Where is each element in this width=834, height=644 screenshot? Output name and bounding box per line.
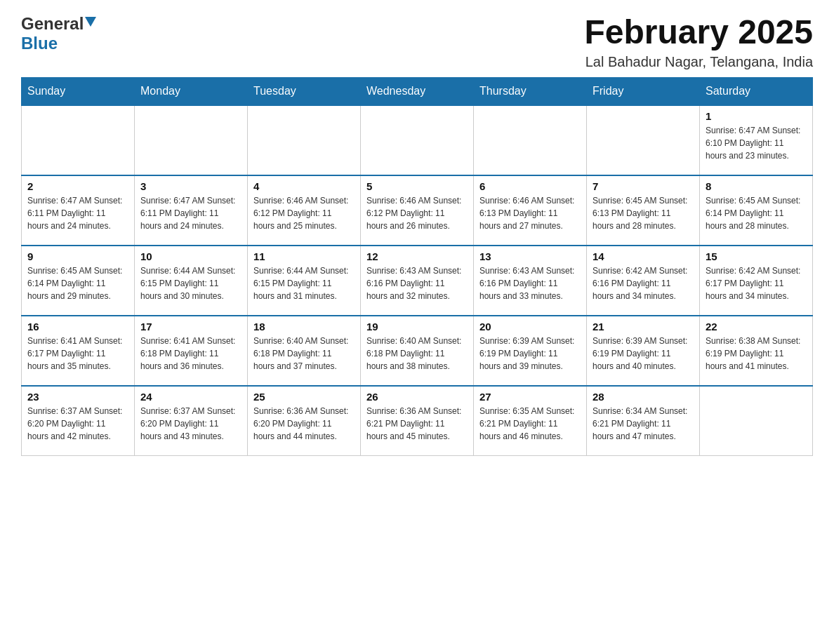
day-number: 6 [479,180,581,192]
day-number: 21 [593,321,694,333]
logo-general-text: General [21,14,84,34]
day-info: Sunrise: 6:45 AM Sunset: 6:14 PM Dayligh… [27,264,128,302]
day-info: Sunrise: 6:38 AM Sunset: 6:19 PM Dayligh… [706,335,807,373]
calendar-cell: 13Sunrise: 6:43 AM Sunset: 6:16 PM Dayli… [474,246,587,316]
weekday-header-saturday: Saturday [700,77,813,105]
location-subtitle: Lal Bahadur Nagar, Telangana, India [584,54,813,70]
day-info: Sunrise: 6:41 AM Sunset: 6:17 PM Dayligh… [27,335,128,373]
day-info: Sunrise: 6:41 AM Sunset: 6:18 PM Dayligh… [140,335,241,373]
weekday-header-row: SundayMondayTuesdayWednesdayThursdayFrid… [22,77,813,105]
week-row-1: 1Sunrise: 6:47 AM Sunset: 6:10 PM Daylig… [22,105,813,175]
day-info: Sunrise: 6:47 AM Sunset: 6:11 PM Dayligh… [140,194,241,232]
calendar-cell: 3Sunrise: 6:47 AM Sunset: 6:11 PM Daylig… [135,175,248,246]
calendar-cell: 1Sunrise: 6:47 AM Sunset: 6:10 PM Daylig… [700,105,813,175]
weekday-header-wednesday: Wednesday [361,77,474,105]
day-number: 18 [253,321,355,333]
day-number: 23 [27,391,128,403]
day-info: Sunrise: 6:43 AM Sunset: 6:16 PM Dayligh… [366,264,468,302]
calendar-cell: 21Sunrise: 6:39 AM Sunset: 6:19 PM Dayli… [587,316,700,386]
calendar-cell: 9Sunrise: 6:45 AM Sunset: 6:14 PM Daylig… [22,246,135,316]
day-number: 4 [253,180,355,192]
calendar-cell [474,105,587,175]
day-info: Sunrise: 6:46 AM Sunset: 6:12 PM Dayligh… [366,194,468,232]
calendar-cell [587,105,700,175]
logo: General Blue [21,14,96,53]
day-number: 22 [706,321,807,333]
calendar-cell: 19Sunrise: 6:40 AM Sunset: 6:18 PM Dayli… [361,316,474,386]
calendar-cell: 17Sunrise: 6:41 AM Sunset: 6:18 PM Dayli… [135,316,248,386]
calendar-cell: 28Sunrise: 6:34 AM Sunset: 6:21 PM Dayli… [587,386,700,456]
logo-triangle-icon [85,17,96,29]
day-number: 12 [366,250,468,262]
day-info: Sunrise: 6:47 AM Sunset: 6:10 PM Dayligh… [706,124,807,162]
week-row-2: 2Sunrise: 6:47 AM Sunset: 6:11 PM Daylig… [22,175,813,246]
calendar-table: SundayMondayTuesdayWednesdayThursdayFrid… [21,77,813,457]
day-number: 5 [366,180,468,192]
day-number: 13 [479,250,581,262]
calendar-cell [248,105,361,175]
calendar-cell: 7Sunrise: 6:45 AM Sunset: 6:13 PM Daylig… [587,175,700,246]
day-info: Sunrise: 6:39 AM Sunset: 6:19 PM Dayligh… [593,335,694,373]
day-info: Sunrise: 6:36 AM Sunset: 6:21 PM Dayligh… [366,405,468,443]
day-info: Sunrise: 6:44 AM Sunset: 6:15 PM Dayligh… [140,264,241,302]
calendar-cell: 26Sunrise: 6:36 AM Sunset: 6:21 PM Dayli… [361,386,474,456]
day-number: 17 [140,321,241,333]
page-header: General Blue February 2025 Lal Bahadur N… [21,14,813,70]
calendar-cell: 5Sunrise: 6:46 AM Sunset: 6:12 PM Daylig… [361,175,474,246]
week-row-5: 23Sunrise: 6:37 AM Sunset: 6:20 PM Dayli… [22,386,813,456]
calendar-cell [700,386,813,456]
calendar-cell: 12Sunrise: 6:43 AM Sunset: 6:16 PM Dayli… [361,246,474,316]
day-info: Sunrise: 6:40 AM Sunset: 6:18 PM Dayligh… [366,335,468,373]
day-info: Sunrise: 6:37 AM Sunset: 6:20 PM Dayligh… [27,405,128,443]
week-row-3: 9Sunrise: 6:45 AM Sunset: 6:14 PM Daylig… [22,246,813,316]
day-number: 16 [27,321,128,333]
calendar-cell: 16Sunrise: 6:41 AM Sunset: 6:17 PM Dayli… [22,316,135,386]
day-number: 8 [706,180,807,192]
day-number: 24 [140,391,241,403]
day-info: Sunrise: 6:45 AM Sunset: 6:14 PM Dayligh… [706,194,807,232]
day-info: Sunrise: 6:40 AM Sunset: 6:18 PM Dayligh… [253,335,355,373]
day-info: Sunrise: 6:37 AM Sunset: 6:20 PM Dayligh… [140,405,241,443]
day-number: 15 [706,250,807,262]
calendar-cell: 6Sunrise: 6:46 AM Sunset: 6:13 PM Daylig… [474,175,587,246]
weekday-header-thursday: Thursday [474,77,587,105]
calendar-cell: 10Sunrise: 6:44 AM Sunset: 6:15 PM Dayli… [135,246,248,316]
month-year-title: February 2025 [584,14,813,51]
day-number: 9 [27,250,128,262]
day-number: 10 [140,250,241,262]
day-number: 19 [366,321,468,333]
calendar-cell: 18Sunrise: 6:40 AM Sunset: 6:18 PM Dayli… [248,316,361,386]
day-number: 2 [27,180,128,192]
weekday-header-sunday: Sunday [22,77,135,105]
calendar-cell: 14Sunrise: 6:42 AM Sunset: 6:16 PM Dayli… [587,246,700,316]
calendar-cell [22,105,135,175]
calendar-cell: 24Sunrise: 6:37 AM Sunset: 6:20 PM Dayli… [135,386,248,456]
day-info: Sunrise: 6:46 AM Sunset: 6:12 PM Dayligh… [253,194,355,232]
day-number: 28 [593,391,694,403]
calendar-cell: 4Sunrise: 6:46 AM Sunset: 6:12 PM Daylig… [248,175,361,246]
svg-marker-0 [85,17,96,27]
day-number: 7 [593,180,694,192]
day-info: Sunrise: 6:36 AM Sunset: 6:20 PM Dayligh… [253,405,355,443]
day-number: 14 [593,250,694,262]
day-info: Sunrise: 6:44 AM Sunset: 6:15 PM Dayligh… [253,264,355,302]
calendar-cell [135,105,248,175]
day-info: Sunrise: 6:46 AM Sunset: 6:13 PM Dayligh… [479,194,581,232]
day-number: 26 [366,391,468,403]
calendar-cell: 27Sunrise: 6:35 AM Sunset: 6:21 PM Dayli… [474,386,587,456]
day-number: 1 [706,110,807,122]
weekday-header-friday: Friday [587,77,700,105]
calendar-cell: 23Sunrise: 6:37 AM Sunset: 6:20 PM Dayli… [22,386,135,456]
day-number: 20 [479,321,581,333]
calendar-cell: 15Sunrise: 6:42 AM Sunset: 6:17 PM Dayli… [700,246,813,316]
calendar-cell: 2Sunrise: 6:47 AM Sunset: 6:11 PM Daylig… [22,175,135,246]
calendar-cell: 22Sunrise: 6:38 AM Sunset: 6:19 PM Dayli… [700,316,813,386]
title-block: February 2025 Lal Bahadur Nagar, Telanga… [584,14,813,70]
calendar-cell [361,105,474,175]
day-info: Sunrise: 6:42 AM Sunset: 6:16 PM Dayligh… [593,264,694,302]
day-info: Sunrise: 6:42 AM Sunset: 6:17 PM Dayligh… [706,264,807,302]
day-number: 11 [253,250,355,262]
day-info: Sunrise: 6:39 AM Sunset: 6:19 PM Dayligh… [479,335,581,373]
weekday-header-monday: Monday [135,77,248,105]
logo-blue-text: Blue [21,34,58,53]
